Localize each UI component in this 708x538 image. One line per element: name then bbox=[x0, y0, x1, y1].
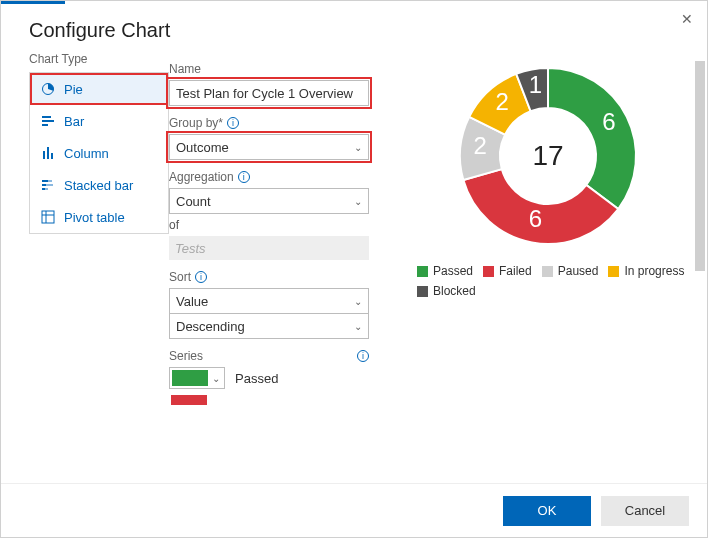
chart-type-list: Pie Bar Column bbox=[29, 72, 169, 234]
chart-type-column-label: Column bbox=[64, 146, 109, 161]
legend-label: Failed bbox=[499, 264, 532, 278]
svg-rect-4 bbox=[43, 151, 45, 159]
ok-button[interactable]: OK bbox=[503, 496, 591, 526]
of-input: Tests bbox=[169, 236, 369, 260]
aggregation-select[interactable]: Count ⌄ bbox=[169, 188, 369, 214]
svg-rect-12 bbox=[45, 188, 48, 190]
series-color-select[interactable] bbox=[169, 395, 225, 405]
accent-strip bbox=[1, 1, 65, 4]
bar-icon bbox=[40, 113, 56, 129]
legend-item: Passed bbox=[417, 264, 473, 278]
aggregation-label: Aggregation bbox=[169, 170, 234, 184]
svg-rect-10 bbox=[46, 184, 53, 186]
series-color-swatch bbox=[172, 370, 208, 386]
series-row: ⌄ Passed bbox=[169, 367, 379, 389]
svg-rect-5 bbox=[47, 147, 49, 159]
legend-swatch bbox=[417, 286, 428, 297]
legend-swatch bbox=[483, 266, 494, 277]
chevron-down-icon: ⌄ bbox=[354, 321, 362, 332]
svg-rect-8 bbox=[48, 180, 52, 182]
svg-rect-13 bbox=[42, 211, 54, 223]
configure-chart-dialog: ✕ Configure Chart Chart Type Pie Bar bbox=[0, 0, 708, 538]
pie-icon bbox=[40, 81, 56, 97]
groupby-select[interactable]: Outcome ⌄ bbox=[169, 134, 369, 160]
scroll-thumb[interactable] bbox=[695, 61, 705, 271]
info-icon[interactable]: i bbox=[195, 271, 207, 283]
name-input[interactable]: Test Plan for Cycle 1 Overview bbox=[169, 80, 369, 106]
name-input-value: Test Plan for Cycle 1 Overview bbox=[176, 86, 353, 101]
series-label: Series bbox=[169, 349, 203, 363]
chevron-down-icon: ⌄ bbox=[354, 196, 362, 207]
chart-type-bar[interactable]: Bar bbox=[30, 105, 168, 137]
chart-preview: 66221 17 bbox=[448, 56, 648, 256]
info-icon[interactable]: i bbox=[357, 350, 369, 362]
chevron-down-icon: ⌄ bbox=[354, 296, 362, 307]
chart-type-pie-label: Pie bbox=[64, 82, 83, 97]
legend-item: Paused bbox=[542, 264, 599, 278]
svg-rect-2 bbox=[42, 120, 54, 122]
groupby-value: Outcome bbox=[176, 140, 229, 155]
groupby-label: Group by* bbox=[169, 116, 223, 130]
legend-swatch bbox=[608, 266, 619, 277]
chart-type-column[interactable]: Column bbox=[30, 137, 168, 169]
sort-label: Sort bbox=[169, 270, 191, 284]
legend-item: Failed bbox=[483, 264, 532, 278]
info-icon[interactable]: i bbox=[227, 117, 239, 129]
legend-label: Paused bbox=[558, 264, 599, 278]
legend-swatch bbox=[542, 266, 553, 277]
aggregation-value: Count bbox=[176, 194, 211, 209]
legend-label: In progress bbox=[624, 264, 684, 278]
legend-label: Passed bbox=[433, 264, 473, 278]
svg-rect-7 bbox=[42, 180, 48, 182]
of-value: Tests bbox=[175, 241, 206, 256]
svg-rect-9 bbox=[42, 184, 46, 186]
sort-direction-select[interactable]: Descending ⌄ bbox=[169, 313, 369, 339]
series-color-swatch bbox=[171, 395, 207, 405]
chevron-down-icon: ⌄ bbox=[354, 142, 362, 153]
svg-rect-3 bbox=[42, 124, 48, 126]
chart-type-pie[interactable]: Pie bbox=[30, 73, 168, 105]
chart-legend: PassedFailedPausedIn progressBlocked bbox=[389, 264, 707, 298]
legend-item: In progress bbox=[608, 264, 684, 278]
column-icon bbox=[40, 145, 56, 161]
sort-direction-value: Descending bbox=[176, 319, 245, 334]
chart-type-stacked-bar-label: Stacked bar bbox=[64, 178, 133, 193]
dialog-footer: OK Cancel bbox=[1, 483, 707, 537]
chart-type-pivot-label: Pivot table bbox=[64, 210, 125, 225]
series-color-select[interactable]: ⌄ bbox=[169, 367, 225, 389]
chart-type-stacked-bar[interactable]: Stacked bar bbox=[30, 169, 168, 201]
stacked-bar-icon bbox=[40, 177, 56, 193]
chart-total: 17 bbox=[448, 56, 648, 256]
series-row bbox=[169, 395, 379, 405]
svg-rect-6 bbox=[51, 153, 53, 159]
legend-item: Blocked bbox=[417, 284, 476, 298]
cancel-button[interactable]: Cancel bbox=[601, 496, 689, 526]
svg-rect-1 bbox=[42, 116, 51, 118]
vertical-scrollbar[interactable] bbox=[693, 61, 707, 381]
legend-label: Blocked bbox=[433, 284, 476, 298]
legend-swatch bbox=[417, 266, 428, 277]
chevron-down-icon: ⌄ bbox=[212, 373, 220, 384]
pivot-table-icon bbox=[40, 209, 56, 225]
of-label: of bbox=[169, 218, 379, 232]
chart-type-bar-label: Bar bbox=[64, 114, 84, 129]
name-label: Name bbox=[169, 62, 201, 76]
info-icon[interactable]: i bbox=[238, 171, 250, 183]
series-item-label: Passed bbox=[235, 371, 278, 386]
sort-field-select[interactable]: Value ⌄ bbox=[169, 288, 369, 314]
dialog-title: Configure Chart bbox=[1, 1, 707, 52]
chart-type-pivot-table[interactable]: Pivot table bbox=[30, 201, 168, 233]
close-icon[interactable]: ✕ bbox=[681, 11, 693, 27]
chart-type-label: Chart Type bbox=[29, 52, 169, 66]
svg-rect-11 bbox=[42, 188, 45, 190]
sort-field-value: Value bbox=[176, 294, 208, 309]
